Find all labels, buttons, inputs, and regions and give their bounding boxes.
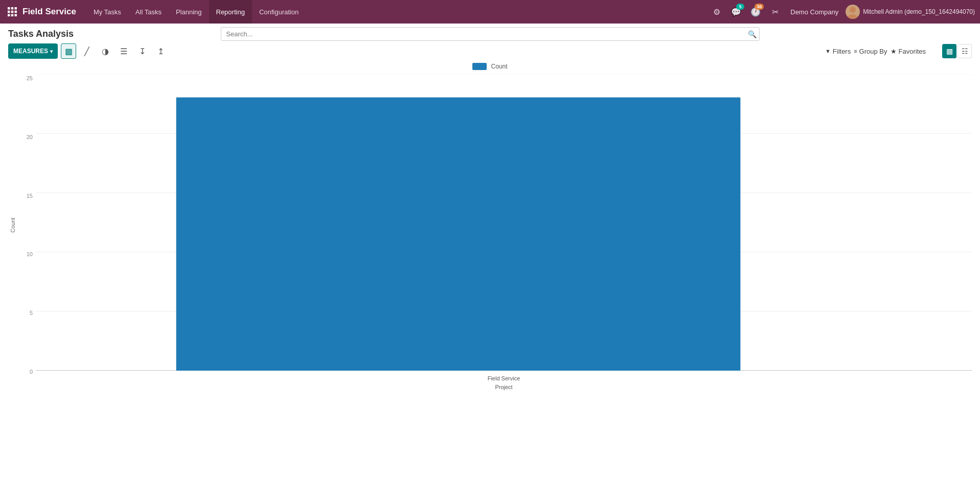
grid-view-button[interactable]: ☷ [958, 44, 972, 58]
svg-rect-3 [8, 11, 10, 13]
svg-rect-2 [15, 7, 17, 10]
chart-area: Count Count 0 5 10 15 20 25 [0, 63, 980, 399]
nav-menu: My Tasks All Tasks Planning Reporting Co… [86, 0, 709, 24]
nav-all-tasks[interactable]: All Tasks [128, 0, 169, 24]
top-navigation: Field Service My Tasks All Tasks Plannin… [0, 0, 980, 24]
measures-dropdown-arrow: ▾ [50, 49, 53, 54]
svg-rect-7 [11, 14, 14, 17]
svg-rect-6 [8, 14, 10, 17]
pie-chart-button[interactable]: ◑ [98, 43, 113, 59]
topnav-right: ⚙ 💬 5 🕐 36 ✂ Demo Company Mitchell Admin… [709, 4, 975, 20]
chart-plot: 0 5 10 15 20 25 [17, 74, 972, 391]
legend-label: Count [491, 63, 507, 70]
search-input[interactable] [220, 27, 759, 41]
y-tick-5: 5 [17, 310, 36, 316]
y-axis-label: Count [8, 74, 17, 376]
stack-chart-icon: ☰ [120, 47, 127, 56]
x-axis-labels: Field Service Project [36, 372, 972, 391]
bar-chart-svg [36, 74, 972, 371]
svg-rect-5 [15, 11, 17, 13]
app-brand[interactable]: Field Service [22, 7, 76, 17]
chart-legend: Count [8, 63, 972, 70]
grid-view-icon: ☷ [962, 47, 968, 55]
clock-badge: 36 [755, 4, 764, 10]
line-chart-icon: ╱ [84, 47, 89, 56]
groupby-button[interactable]: ≡ Group By [854, 48, 887, 55]
clock-notification-icon[interactable]: 🕐 36 [747, 4, 764, 20]
desc-sort-button[interactable]: ↧ [134, 43, 150, 59]
stack-chart-button[interactable]: ☰ [116, 43, 131, 59]
chat-badge: 5 [736, 4, 744, 10]
search-icon[interactable]: 🔍 [748, 30, 757, 38]
view-toggle: ▩ ☷ [942, 44, 972, 58]
y-tick-25: 25 [17, 75, 36, 81]
star-icon: ★ [891, 48, 897, 55]
settings-icon[interactable]: ⚙ [709, 4, 725, 20]
bar-chart-button[interactable]: ▩ [61, 43, 76, 59]
legend-color-swatch [472, 63, 487, 70]
favorites-button[interactable]: ★ Favorites [891, 48, 926, 55]
nav-configuration[interactable]: Configuration [252, 0, 306, 24]
x-label-project: Field Service [488, 374, 520, 383]
y-tick-10: 10 [17, 251, 36, 257]
svg-point-10 [848, 14, 858, 19]
company-name[interactable]: Demo Company [790, 8, 838, 16]
svg-point-9 [850, 7, 856, 13]
filter-icon: ▼ [825, 48, 831, 54]
grid-menu-icon[interactable] [5, 5, 19, 19]
svg-rect-1 [11, 7, 14, 10]
user-name: Mitchell Admin (demo_150_1642494070) [863, 8, 975, 15]
user-avatar [846, 5, 860, 19]
plot-area: Field Service Project [36, 74, 972, 391]
bar-view-icon: ▩ [946, 47, 953, 55]
chat-notification-icon[interactable]: 💬 5 [728, 4, 744, 20]
x-label-type: Project [495, 383, 512, 392]
pie-chart-icon: ◑ [102, 47, 109, 56]
user-menu[interactable]: Mitchell Admin (demo_150_1642494070) [846, 5, 975, 19]
svg-rect-8 [15, 14, 17, 17]
bar-view-button[interactable]: ▩ [942, 44, 956, 58]
nav-planning[interactable]: Planning [169, 0, 209, 24]
svg-rect-4 [11, 11, 14, 13]
filters-button[interactable]: ▼ Filters [825, 48, 851, 55]
nav-my-tasks[interactable]: My Tasks [86, 0, 128, 24]
svg-rect-17 [176, 98, 741, 371]
chart-body: Count 0 5 10 15 20 25 [8, 74, 972, 391]
groupby-icon: ≡ [854, 48, 857, 54]
asc-sort-icon: ↥ [157, 47, 164, 56]
line-chart-button[interactable]: ╱ [79, 43, 95, 59]
desc-sort-icon: ↧ [139, 47, 146, 56]
measures-button[interactable]: MEASURES ▾ [8, 43, 58, 59]
search-bar: 🔍 [220, 27, 759, 41]
bar-chart-icon: ▩ [65, 47, 73, 56]
y-tick-0: 0 [17, 369, 36, 375]
asc-sort-button[interactable]: ↥ [153, 43, 168, 59]
y-axis-ticks: 0 5 10 15 20 25 [17, 74, 36, 376]
page-title: Tasks Analysis [8, 29, 74, 39]
svg-rect-0 [8, 7, 10, 10]
y-tick-15: 15 [17, 193, 36, 199]
tools-icon[interactable]: ✂ [767, 4, 783, 20]
y-tick-20: 20 [17, 134, 36, 140]
nav-reporting[interactable]: Reporting [209, 0, 252, 24]
toolbar: MEASURES ▾ ▩ ╱ ◑ ☰ ↧ ↥ ▼ Filters ≡ Group… [0, 39, 980, 63]
